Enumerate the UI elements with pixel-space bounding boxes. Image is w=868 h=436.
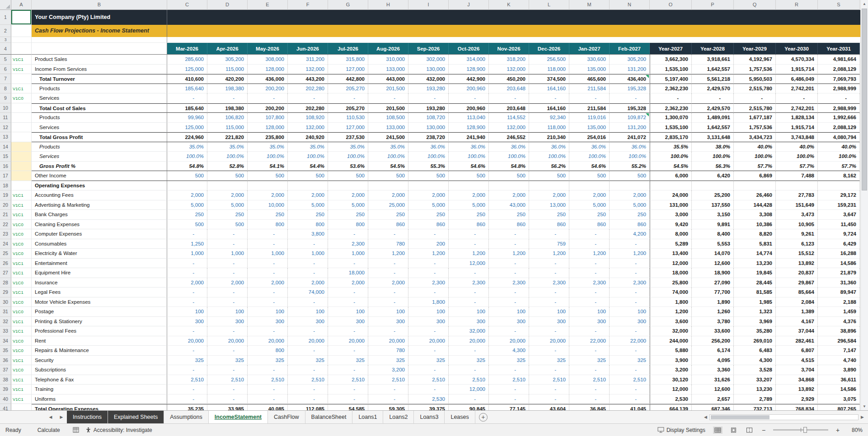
cell-value[interactable]: 36.0%	[529, 142, 569, 152]
cell-value[interactable]: 780	[368, 346, 408, 356]
cell-value[interactable]: 25,800	[650, 278, 692, 288]
cell-value[interactable]: -	[328, 326, 368, 336]
column-header-D[interactable]: D	[207, 0, 248, 10]
macro-sheet-icon[interactable]	[73, 427, 79, 433]
cell-value[interactable]: 4,200	[610, 229, 650, 239]
cell-value[interactable]: 4,740	[818, 356, 860, 366]
cell-value[interactable]: 1,535,100	[650, 123, 692, 133]
cell-value[interactable]: -	[610, 288, 650, 297]
cell-value[interactable]: 500	[489, 171, 529, 181]
cell-value[interactable]: 3,131,648	[692, 132, 734, 142]
row-tag-cell-18[interactable]	[11, 181, 32, 191]
row-number-24[interactable]: 24	[0, 239, 11, 249]
cell-value[interactable]: -	[207, 346, 248, 356]
cell-value[interactable]: 300	[449, 317, 489, 327]
cell-value[interactable]: 100	[489, 307, 529, 317]
cell-value[interactable]: 13,230	[734, 385, 776, 394]
cell-value[interactable]: -	[734, 93, 776, 103]
cell-value[interactable]: -	[288, 365, 328, 375]
cell-value[interactable]: 2,510	[489, 375, 529, 385]
row-label-39[interactable]: Training	[32, 385, 167, 394]
column-header-L[interactable]: L	[529, 0, 569, 10]
cell-value[interactable]: 201,500	[368, 84, 408, 94]
cell-value[interactable]: 12,000	[449, 259, 489, 269]
cell-value[interactable]: 315,800	[328, 55, 368, 65]
period-header-Feb-2027[interactable]: Feb-2027	[610, 43, 650, 55]
cell-value[interactable]: 2,988,999	[818, 103, 860, 113]
row-label-5[interactable]: Product Sales	[32, 55, 167, 65]
cell-value[interactable]: 250	[569, 210, 610, 220]
cell-value[interactable]: 100	[328, 307, 368, 317]
row-number-37[interactable]: 37	[0, 365, 11, 375]
cell-value[interactable]: 39,375	[408, 404, 449, 410]
cell-value[interactable]: 4,167	[776, 317, 818, 327]
cell-value[interactable]: -	[167, 93, 207, 103]
cell-value[interactable]: 31,626	[692, 375, 734, 385]
cell-value[interactable]: -	[167, 297, 207, 307]
cell-value[interactable]: 2,000	[569, 190, 610, 200]
cell-value[interactable]	[610, 181, 650, 191]
cell-value[interactable]: 36.0%	[569, 142, 610, 152]
cell-value[interactable]: 100	[408, 307, 449, 317]
cell-value[interactable]: 55.2%	[610, 162, 650, 172]
row-label-33[interactable]: Professional Fees	[32, 326, 167, 336]
row-label-17[interactable]: Other Income	[32, 171, 167, 181]
cell-value[interactable]: 20,000	[328, 336, 368, 346]
cell-value[interactable]: -	[489, 229, 529, 239]
row-number-25[interactable]: 25	[0, 249, 11, 259]
cell-value[interactable]: 159,231	[818, 200, 860, 210]
row-number-28[interactable]: 28	[0, 278, 11, 288]
row-tag-cell-19[interactable]: V1C1	[11, 190, 32, 200]
row-number-32[interactable]: 32	[0, 317, 11, 327]
cell-value[interactable]: -	[408, 288, 449, 297]
cell-value[interactable]: 442,800	[328, 74, 368, 84]
cell-value[interactable]: 2,510	[529, 375, 569, 385]
cell-value[interactable]: 21,879	[818, 268, 860, 278]
cell-value[interactable]: 100	[288, 307, 328, 317]
cell-value[interactable]: 193,280	[408, 84, 449, 94]
cell-value[interactable]: -	[569, 297, 610, 307]
cell-value[interactable]: -	[529, 93, 569, 103]
cell-value[interactable]: 1,642,557	[692, 65, 734, 74]
cell-value[interactable]: 54.1%	[248, 162, 288, 172]
cell-value[interactable]: 20,000	[449, 336, 489, 346]
cell-value[interactable]: 16,288	[818, 249, 860, 259]
cell-value[interactable]: -	[248, 229, 288, 239]
cell-value[interactable]: 35,280	[734, 326, 776, 336]
cell-value[interactable]: -	[489, 288, 529, 297]
cell-value[interactable]: 300	[569, 317, 610, 327]
row-tag-cell-33[interactable]: V1C1	[11, 326, 32, 336]
cell-value[interactable]	[776, 181, 818, 191]
row-number-38[interactable]: 38	[0, 375, 11, 385]
normal-view-button[interactable]	[713, 427, 723, 434]
cell-value[interactable]: 40.0%	[818, 142, 860, 152]
cell-value[interactable]: 325	[328, 356, 368, 366]
cell-value[interactable]: 300	[408, 317, 449, 327]
cell-value[interactable]: -	[207, 268, 248, 278]
subtitle-cell[interactable]: Cash Flow Projections - Income Statement	[32, 25, 167, 37]
cell-value[interactable]: -	[207, 326, 248, 336]
cell-value[interactable]: 325	[569, 356, 610, 366]
row-label-38[interactable]: Telephone & Fax	[32, 375, 167, 385]
cell-value[interactable]: 3,200	[368, 365, 408, 375]
cell-value[interactable]: 19,845	[734, 268, 776, 278]
cell-value[interactable]: 193,280	[408, 103, 449, 113]
column-header-B[interactable]: B	[32, 0, 167, 10]
cell-a2[interactable]	[11, 25, 32, 37]
cell-value[interactable]: 12,000	[650, 259, 692, 269]
cell-value[interactable]: 6,807	[776, 346, 818, 356]
cell-value[interactable]: 57.7%	[734, 162, 776, 172]
cell-value[interactable]: 106,820	[207, 113, 248, 123]
cell-value[interactable]: 308,000	[248, 55, 288, 65]
cell-value[interactable]: 22,000	[569, 336, 610, 346]
cell-value[interactable]: 127,000	[328, 65, 368, 74]
column-header-H[interactable]: H	[368, 0, 408, 10]
cell-value[interactable]: 3,780	[692, 317, 734, 327]
row-tag-cell-29[interactable]: V1C1	[11, 288, 32, 297]
cell-value[interactable]: 34,868	[776, 375, 818, 385]
cell-value[interactable]: 250	[248, 210, 288, 220]
cell-value[interactable]: 202,280	[288, 84, 328, 94]
column-header-E[interactable]: E	[248, 0, 288, 10]
row-label-11[interactable]: Products	[32, 113, 167, 123]
row-tag-cell-36[interactable]: V1C1	[11, 356, 32, 366]
